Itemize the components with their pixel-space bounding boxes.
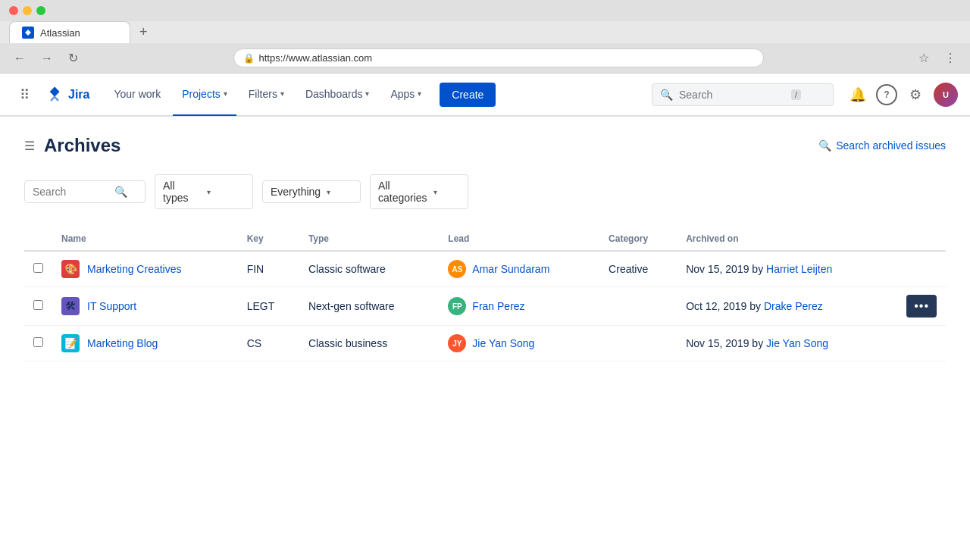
top-navigation: ⠿ Jira Your work Projects ▾ Filters ▾ Da… — [0, 74, 970, 116]
row-checkbox[interactable] — [33, 263, 43, 273]
nav-filters[interactable]: Filters ▾ — [239, 74, 293, 116]
archived-by-link[interactable]: Harriet Leijten — [766, 263, 832, 275]
nav-apps[interactable]: Apps ▾ — [381, 74, 430, 116]
lead-avatar: JY — [448, 334, 466, 352]
settings-button[interactable]: ⚙ — [903, 83, 928, 107]
archived-on: Nov 15, 2019 by Jie Yan Song — [677, 326, 897, 361]
jira-logo: Jira — [45, 86, 89, 104]
bookmark-button[interactable]: ☆ — [914, 48, 934, 68]
key-column-header: Key — [238, 227, 299, 251]
lock-icon: 🔒 — [243, 53, 255, 64]
reload-button[interactable]: ↻ — [64, 48, 83, 68]
category-filter-caret: ▾ — [433, 188, 460, 196]
notifications-button[interactable]: 🔔 — [846, 83, 870, 107]
new-tab-button[interactable]: + — [133, 21, 154, 43]
everything-filter[interactable]: Everything ▾ — [262, 180, 361, 203]
app: ⠿ Jira Your work Projects ▾ Filters ▾ Da… — [0, 74, 970, 560]
global-search-input[interactable] — [679, 89, 785, 101]
table-body: 🎨Marketing CreativesFINClassic softwareA… — [24, 251, 946, 361]
lead-avatar: AS — [448, 260, 466, 278]
browser-menu-button[interactable]: ⋮ — [940, 48, 961, 68]
search-archived-icon: 🔍 — [818, 139, 831, 152]
project-name-cell: 📝Marketing Blog — [61, 334, 229, 352]
category-filter[interactable]: All categories ▾ — [370, 174, 468, 209]
search-shortcut: / — [791, 89, 801, 100]
lead-name-link[interactable]: Amar Sundaram — [472, 263, 549, 275]
lead-column-header: Lead — [439, 227, 599, 251]
type-filter[interactable]: All types ▾ — [155, 174, 253, 209]
project-key: CS — [238, 326, 299, 361]
project-name-link[interactable]: Marketing Blog — [87, 337, 158, 349]
logo-text: Jira — [68, 88, 89, 102]
archived-by-link[interactable]: Drake Perez — [764, 300, 823, 312]
archives-table: Name Key Type Lead Category Archived on … — [24, 227, 946, 361]
project-icon: 🎨 — [61, 260, 80, 278]
address-input-container: 🔒 https://www.atlassian.com — [233, 48, 764, 67]
name-column-header: Name — [52, 227, 238, 251]
browser-tab[interactable]: Atlassian — [9, 21, 130, 43]
archived-on: Nov 15, 2019 by Harriet Leijten — [677, 251, 897, 287]
archived-by-link[interactable]: Jie Yan Song — [766, 337, 828, 349]
page-content: ☰ Archives 🔍 Search archived issues 🔍 Al… — [0, 117, 970, 380]
maximize-button[interactable] — [36, 6, 45, 15]
project-name-link[interactable]: Marketing Creatives — [87, 263, 182, 275]
nav-projects[interactable]: Projects ▾ — [173, 74, 236, 116]
project-category: Creative — [599, 251, 677, 287]
filters-row: 🔍 All types ▾ Everything ▾ All categorie… — [24, 174, 946, 209]
table-row: 🎨Marketing CreativesFINClassic softwareA… — [24, 251, 946, 287]
type-filter-caret: ▾ — [207, 188, 245, 196]
table-row: 📝Marketing BlogCSClassic businessJYJie Y… — [24, 326, 946, 361]
table-row: 🛠IT SupportLEGTNext-gen softwareFPFran P… — [24, 287, 946, 326]
nav-dashboards[interactable]: Dashboards ▾ — [296, 74, 379, 116]
close-button[interactable] — [9, 6, 18, 15]
sidebar-toggle-icon[interactable]: ☰ — [24, 139, 35, 153]
project-type: Next-gen software — [299, 287, 439, 326]
project-category — [599, 326, 677, 361]
lead-name-link[interactable]: Jie Yan Song — [472, 337, 534, 349]
filter-search-input[interactable] — [33, 186, 108, 198]
dashboards-caret: ▾ — [365, 89, 369, 98]
filters-caret: ▾ — [280, 89, 284, 98]
lead-cell: JYJie Yan Song — [448, 334, 590, 352]
more-actions-button[interactable]: ••• — [906, 295, 937, 318]
project-icon: 🛠 — [61, 297, 80, 315]
nav-icons: 🔔 ? ⚙ U — [846, 83, 958, 107]
lead-cell: FPFran Perez — [448, 297, 590, 315]
category-column-header: Category — [599, 227, 677, 251]
lead-name-link[interactable]: Fran Perez — [472, 300, 524, 312]
project-key: FIN — [238, 251, 299, 287]
project-key: LEGT — [238, 287, 299, 326]
row-checkbox[interactable] — [33, 300, 43, 310]
url-display: https://www.atlassian.com — [259, 52, 373, 64]
tab-bar: Atlassian + — [0, 21, 970, 43]
traffic-lights — [9, 6, 45, 15]
nav-your-work[interactable]: Your work — [105, 74, 170, 116]
row-checkbox[interactable] — [33, 337, 43, 347]
filter-search-icon: 🔍 — [114, 186, 127, 198]
search-archived-issues[interactable]: 🔍 Search archived issues — [818, 139, 946, 152]
lead-cell: ASAmar Sundaram — [448, 260, 590, 278]
minimize-button[interactable] — [23, 6, 32, 15]
address-bar: ← → ↻ 🔒 https://www.atlassian.com ☆ ⋮ — [0, 43, 970, 73]
table-header-row: Name Key Type Lead Category Archived on — [24, 227, 946, 251]
create-button[interactable]: Create — [440, 83, 496, 107]
actions-column-header — [897, 227, 946, 251]
global-search-bar[interactable]: 🔍 / — [652, 83, 834, 106]
grid-menu-button[interactable]: ⠿ — [12, 83, 36, 107]
project-category — [599, 287, 677, 326]
project-type: Classic business — [299, 326, 439, 361]
archived-on-column-header: Archived on — [677, 227, 897, 251]
projects-caret: ▾ — [224, 89, 227, 98]
back-button[interactable]: ← — [9, 48, 30, 68]
apps-caret: ▾ — [418, 89, 421, 98]
project-name-cell: 🛠IT Support — [61, 297, 229, 315]
search-icon: 🔍 — [660, 89, 673, 101]
user-avatar[interactable]: U — [934, 83, 958, 107]
filter-search-container[interactable]: 🔍 — [24, 180, 146, 203]
everything-filter-caret: ▾ — [327, 188, 352, 196]
help-button[interactable]: ? — [876, 84, 897, 105]
page-header: ☰ Archives 🔍 Search archived issues — [24, 135, 946, 156]
forward-button[interactable]: → — [36, 48, 58, 68]
project-type: Classic software — [299, 251, 439, 287]
project-name-link[interactable]: IT Support — [87, 300, 136, 312]
